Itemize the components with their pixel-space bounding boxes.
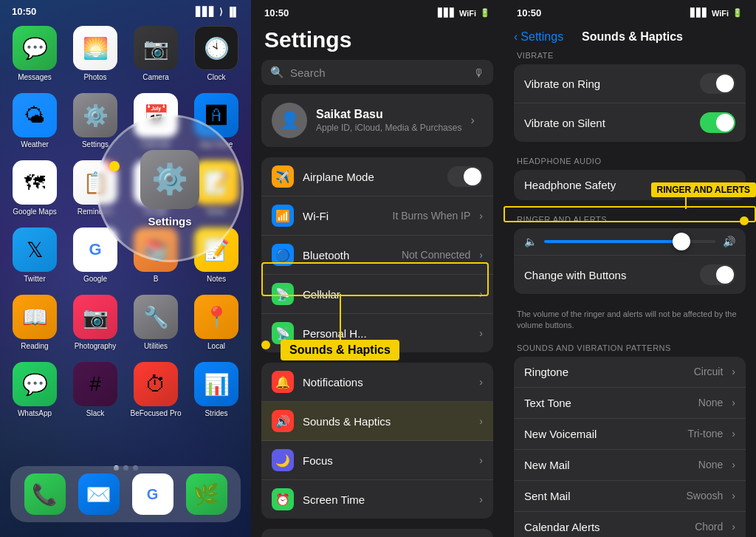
wifi-row-icon: 📶: [272, 205, 294, 227]
row-cellular[interactable]: 📡 Cellular ›: [261, 275, 493, 314]
vibrate-group: Vibrate on Ring Vibrate on Silent: [514, 64, 746, 142]
vibrate-section-label: VIBRATE: [504, 47, 756, 63]
back-chevron: ‹: [514, 30, 518, 44]
status-bar-home: 10:50 ▋▋▋ ⟩ ▐▌: [0, 0, 251, 20]
app-clock[interactable]: 🕙 Clock: [190, 26, 243, 81]
signal-sounds: ▋▋▋: [690, 8, 708, 18]
row-notifications[interactable]: 🔔 Notifications ›: [261, 363, 493, 402]
row-screentime[interactable]: ⏰ Screen Time ›: [261, 480, 493, 519]
row-new-voicemail[interactable]: New Voicemail Tri-tone ›: [514, 419, 746, 450]
battery-sounds: 🔋: [732, 8, 743, 18]
row-calendar-alerts[interactable]: Calendar Alerts Chord ›: [514, 512, 746, 537]
avatar: 👤: [272, 103, 307, 138]
bluetooth-icon: 🔵: [272, 244, 294, 266]
search-placeholder: Search: [290, 66, 326, 79]
headphone-section-label: HEADPHONE AUDIO: [504, 152, 756, 168]
row-wifi[interactable]: 📶 Wi-Fi It Burns When IP ›: [261, 196, 493, 236]
ringer-alerts-group: 🔈 🔊 Change with Buttons: [514, 228, 746, 294]
dock-chrome[interactable]: G: [132, 473, 173, 515]
wifi-settings: WiFi: [459, 9, 476, 18]
dock-phone[interactable]: 📞: [24, 473, 66, 515]
row-personal-hotspot[interactable]: 📡 Personal H... ›: [261, 314, 493, 352]
settings-overlay: ⚙️ Settings: [96, 114, 244, 262]
profile-chevron: ›: [470, 114, 474, 127]
vol-low-icon: 🔈: [524, 236, 537, 247]
row-vibrate-silent[interactable]: Vibrate on Silent: [514, 103, 746, 142]
row-sounds-haptics[interactable]: 🔊 Sounds & Haptics ›: [261, 402, 493, 441]
airplane-toggle[interactable]: [447, 166, 483, 187]
vol-high-icon: 🔊: [723, 236, 735, 247]
sounds-row-dot: [261, 341, 270, 349]
info-text: The volume of the ringer and alerts will…: [504, 304, 756, 339]
row-text-tone[interactable]: Text Tone None ›: [514, 388, 746, 419]
settings-overlay-label: Settings: [148, 215, 191, 228]
time-sounds: 10:50: [517, 7, 541, 18]
app-local[interactable]: 📍 Local: [190, 295, 243, 350]
patterns-group: Ringtone Circuit › Text Tone None › New …: [514, 357, 746, 537]
focus-icon: 🌙: [272, 449, 294, 471]
sounds-haptics-panel: 10:50 ▋▋▋ WiFi 🔋 ‹ Settings Sounds & Hap…: [504, 0, 756, 537]
volume-row: 🔈 🔊: [514, 228, 746, 256]
nav-bar-sounds: ‹ Settings Sounds & Haptics: [504, 23, 756, 47]
dock: 📞 ✉️ G 🌿: [10, 466, 241, 522]
vibrate-ring-toggle[interactable]: [700, 73, 735, 94]
wifi-sounds: WiFi: [712, 9, 729, 18]
status-bar-settings: 10:50 ▋▋▋ WiFi 🔋: [251, 0, 504, 23]
app-twitter[interactable]: 𝕏 Twitter: [8, 228, 61, 283]
dock-app[interactable]: 🌿: [186, 473, 227, 515]
row-ringtone[interactable]: Ringtone Circuit ›: [514, 357, 746, 388]
profile-sub: Apple ID, iCloud, Media & Purchases: [316, 123, 461, 133]
patterns-section-label: SOUNDS AND VIBRATION PATTERNS: [504, 339, 756, 355]
wifi-icon: ⟩: [219, 7, 223, 17]
app-maps[interactable]: 🗺 Google Maps: [8, 160, 61, 216]
settings-group-connectivity: ✈️ Airplane Mode 📶 Wi-Fi It Burns When I…: [261, 157, 493, 352]
vibrate-silent-toggle[interactable]: [700, 112, 735, 133]
notifications-icon: 🔔: [272, 371, 294, 393]
ringer-annotation-label: RINGER AND ALERTS: [651, 182, 756, 197]
status-icons-home: ▋▋▋ ⟩ ▐▌: [196, 7, 239, 17]
volume-track[interactable]: [544, 240, 715, 243]
app-camera[interactable]: 📷 Camera: [129, 26, 182, 81]
cellular-icon: 📡: [272, 283, 294, 305]
back-label: Settings: [520, 30, 563, 44]
app-befocused[interactable]: ⏱ BeFocused Pro: [129, 362, 182, 417]
search-bar[interactable]: 🔍 Search 🎙: [261, 60, 493, 85]
profile-row[interactable]: 👤 Saikat Basu Apple ID, iCloud, Media & …: [261, 94, 493, 147]
battery-icon: ▐▌: [227, 7, 239, 17]
app-slack[interactable]: # Slack: [69, 362, 122, 417]
change-buttons-toggle[interactable]: [700, 264, 735, 285]
battery-settings: 🔋: [480, 8, 490, 18]
ringer-section-label: RINGER AND ALERTS: [504, 211, 756, 227]
status-bar-sounds: 10:50 ▋▋▋ WiFi 🔋: [504, 0, 756, 23]
app-reading[interactable]: 📖 Reading: [8, 295, 61, 350]
dock-mail[interactable]: ✉️: [78, 473, 120, 515]
row-bluetooth[interactable]: 🔵 Bluetooth Not Connected ›: [261, 236, 493, 275]
ringer-annotation-dot: [740, 216, 749, 225]
airplane-icon: ✈️: [272, 165, 294, 188]
back-button[interactable]: ‹ Settings: [514, 30, 563, 44]
annotation-dot-settings: [109, 161, 120, 171]
row-change-buttons[interactable]: Change with Buttons: [514, 256, 746, 294]
ringer-section-container: RINGER AND ALERTS: [504, 211, 756, 227]
row-new-mail[interactable]: New Mail None ›: [514, 450, 746, 481]
app-utilities[interactable]: 🔧 Utilities: [129, 295, 182, 350]
settings-panel: 10:50 ▋▋▋ WiFi 🔋 Settings 🔍 Search 🎙 👤 S…: [251, 0, 504, 537]
app-weather[interactable]: 🌤 Weather: [8, 93, 61, 148]
volume-thumb[interactable]: [673, 233, 690, 250]
settings-group-notifications: 🔔 Notifications › 🔊 Sounds & Haptics › 🌙…: [261, 363, 493, 519]
time-home: 10:50: [12, 6, 36, 17]
row-vibrate-ring[interactable]: Vibrate on Ring: [514, 64, 746, 103]
app-messages[interactable]: 💬 Messages: [8, 26, 61, 81]
volume-fill: [544, 240, 681, 243]
app-strides[interactable]: 📊 Strides: [190, 362, 243, 417]
row-general[interactable]: ⚙️ General ›: [261, 529, 493, 537]
settings-overlay-icon: ⚙️: [140, 150, 199, 209]
row-airplane[interactable]: ✈️ Airplane Mode: [261, 157, 493, 196]
row-sent-mail[interactable]: Sent Mail Swoosh ›: [514, 481, 746, 512]
row-focus[interactable]: 🌙 Focus ›: [261, 441, 493, 480]
hotspot-icon: 📡: [272, 322, 294, 344]
signal-settings: ▋▋▋: [438, 8, 456, 18]
app-photos[interactable]: 🌅 Photos: [69, 26, 122, 81]
app-whatsapp[interactable]: 💬 WhatsApp: [8, 362, 61, 417]
app-photography[interactable]: 📷 Photography: [69, 295, 122, 350]
